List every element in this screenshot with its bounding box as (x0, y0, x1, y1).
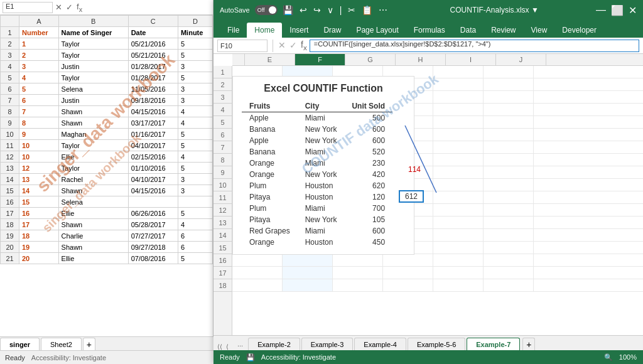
bg-row-num-3: 3 (1, 50, 19, 61)
bg-cell-minute-20: 5 (178, 253, 212, 264)
bg-cell-number-13: 13 (19, 174, 59, 185)
close-icon[interactable]: ✕ (629, 4, 637, 16)
name-box[interactable]: F10 (217, 40, 267, 52)
tab-example-7[interactable]: Example-7 (467, 338, 520, 350)
col-header-e[interactable]: E (245, 54, 295, 65)
row-num-4: 4 (213, 104, 232, 116)
row-num-2: 2 (213, 78, 232, 91)
restore-icon[interactable]: ⬜ (611, 4, 624, 16)
tab-file[interactable]: File (220, 23, 247, 38)
tab-example-5-6[interactable]: Example-5-6 (408, 338, 465, 350)
bg-cell-minute-header: Minute (178, 27, 212, 38)
bg-tab-sheet2[interactable]: Sheet2 (41, 338, 82, 350)
tab-draw[interactable]: Draw (316, 23, 349, 38)
bg-status-bar: Ready Accessibility: Investigate (0, 350, 213, 364)
bg-cell-number-19: 19 (19, 242, 59, 253)
bg-row-num-8: 8 (1, 106, 19, 117)
save-status-icon: 💾 (246, 353, 255, 361)
tab-prev-arrow[interactable]: ⟨ (225, 343, 230, 350)
col-header-i[interactable]: I (446, 54, 496, 65)
col-header-g[interactable]: G (345, 54, 396, 65)
more-tools-icon[interactable]: ∨ (327, 5, 333, 15)
tab-formulas[interactable]: Formulas (406, 23, 453, 38)
tab-data[interactable]: Data (453, 23, 484, 38)
cell-fruit-2: Apple (242, 135, 298, 146)
bg-cell-minute-3: 3 (178, 61, 212, 72)
table-row: Orange Houston 450 (242, 237, 392, 248)
bg-add-sheet-button[interactable]: + (83, 338, 95, 350)
bg-cell-date-1: 05/21/2016 (128, 38, 178, 50)
cut-icon[interactable]: ✂ (348, 5, 355, 15)
bg-cell-name-20: Ellie (58, 253, 128, 264)
bg-cell-date-8: 03/17/2017 (128, 117, 178, 129)
copy-icon[interactable]: 📋 (362, 5, 372, 15)
table-row: Orange New York 420 (242, 169, 392, 180)
redo-icon[interactable]: ↪ (313, 5, 321, 15)
bg-cell-number-11: 10 (19, 151, 59, 163)
excel-window: AutoSave Off 💾 ↩ ↪ ∨ | ✂ 📋 ⋯ COUNTIF-Ana… (213, 0, 643, 364)
bg-cell-number-14: 14 (19, 185, 59, 196)
more-icon[interactable]: ⋯ (379, 5, 387, 15)
bg-col-d: D (178, 16, 212, 27)
tab-first-arrow[interactable]: ⟨⟨ (216, 343, 224, 350)
undo-icon[interactable]: ↩ (300, 5, 307, 15)
bg-cell-date-10: 04/10/2017 (128, 140, 178, 151)
bg-cell-number-7: 7 (19, 106, 59, 117)
formula-input[interactable]: =COUNTIF([singer_data.xlsx]singer!$D$2:$… (310, 40, 639, 52)
bg-row-num-4: 4 (1, 61, 19, 72)
tab-page-layout[interactable]: Page Layout (349, 23, 406, 38)
bg-tabs: singer Sheet2 + (0, 336, 213, 350)
bg-row-num-18: 18 (1, 219, 19, 230)
bg-name-box[interactable]: E1 (3, 2, 53, 13)
row-num-13: 13 (213, 217, 232, 229)
zoom-icon[interactable]: 🔍 (604, 353, 613, 361)
save-icon[interactable]: 💾 (283, 5, 293, 15)
bg-tab-singer[interactable]: singer (0, 338, 40, 350)
bg-cell-number-8: 8 (19, 117, 59, 129)
bg-accessibility: Accessibility: Investigate (31, 354, 106, 361)
col-header-f[interactable]: F (295, 54, 345, 65)
status-bar: Ready 💾 Accessibility: Investigate 🔍 100… (213, 350, 643, 364)
cell-city-4: Miami (298, 158, 345, 169)
cell-units-6: 620 (344, 180, 392, 191)
table-row: Plum Houston 620 (242, 180, 392, 191)
title-bar-left: AutoSave Off (220, 5, 278, 15)
result-cell-612[interactable]: 612 (399, 190, 424, 203)
tab-review[interactable]: Review (484, 23, 523, 38)
minimize-icon[interactable]: — (596, 4, 606, 16)
cell-fruit-0: Apple (242, 112, 298, 124)
bg-col-a: A (19, 16, 59, 27)
tab-example-4[interactable]: Example-4 (354, 338, 406, 350)
th-fruits: Fruits (242, 100, 298, 112)
autosave-toggle[interactable]: Off (255, 5, 278, 15)
tab-insert[interactable]: Insert (282, 23, 316, 38)
bg-cell-minute-17: 4 (178, 219, 212, 230)
bg-cell-minute-2: 5 (178, 50, 212, 61)
bg-cell-minute-7: 4 (178, 106, 212, 117)
bg-cell-name-7: Shawn (58, 106, 128, 117)
add-sheet-button[interactable]: + (522, 338, 535, 350)
cell-fruit-1: Banana (242, 124, 298, 135)
title-window-controls: — ⬜ ✕ (596, 4, 637, 16)
tab-view[interactable]: View (524, 23, 555, 38)
col-header-j[interactable]: J (496, 54, 546, 65)
bg-cell-number-9: 9 (19, 129, 59, 140)
formula-cancel-icon: ✕ (278, 40, 286, 50)
tab-developer[interactable]: Developer (554, 23, 604, 38)
bg-cell-date-header: Date (128, 27, 178, 38)
cell-units-2: 600 (344, 135, 392, 146)
tab-example-2[interactable]: Example-2 (248, 338, 300, 350)
tab-home[interactable]: Home (247, 23, 282, 38)
bg-cell-number-15: 15 (19, 196, 59, 208)
tab-example-3[interactable]: Example-3 (301, 338, 354, 350)
cell-city-7: Houston (298, 191, 345, 203)
col-header-h[interactable]: H (396, 54, 446, 65)
cell-city-10: Miami (298, 225, 345, 237)
col-header-empty (232, 54, 245, 65)
bg-cell-minute-11: 4 (178, 151, 212, 163)
bg-cell-name-2: Taylor (58, 50, 128, 61)
grid-row-18 (232, 279, 643, 292)
formula-fx-icon[interactable]: fx (301, 40, 307, 51)
row-num-10: 10 (213, 179, 232, 191)
bg-cell-number-12: 12 (19, 163, 59, 174)
